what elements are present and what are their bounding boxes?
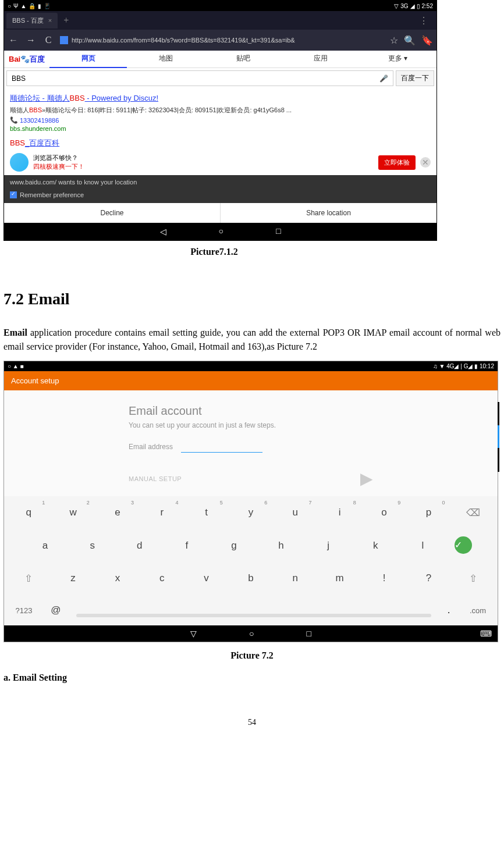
key-p[interactable]: 0p: [407, 500, 449, 526]
key-m[interactable]: m: [319, 565, 361, 592]
star-icon[interactable]: ☆: [390, 35, 398, 46]
remember-checkbox[interactable]: [10, 191, 17, 198]
key-exclaim[interactable]: !: [363, 565, 405, 592]
nav-tieba[interactable]: 贴吧: [204, 50, 282, 68]
nav-back-icon-2[interactable]: ▽: [190, 629, 197, 638]
key-n[interactable]: n: [274, 565, 316, 592]
key-backspace[interactable]: ⌫: [452, 500, 494, 526]
promo-text: 浏览器不够快？ 四核极速爽一下！: [33, 154, 374, 171]
nav-home-icon-2[interactable]: ○: [249, 629, 254, 638]
status-icon-psi: Ψ: [13, 3, 18, 9]
nav-back-icon[interactable]: ◁: [160, 227, 166, 237]
key-enter[interactable]: ✓: [455, 536, 472, 554]
subheading-email-setting: a. Email Setting: [0, 666, 504, 690]
email-setup-area: Email account You can set up your accoun…: [4, 390, 498, 496]
status-icon-o: ○: [8, 3, 11, 9]
reload-button[interactable]: C: [42, 35, 54, 45]
nav-recent-icon[interactable]: □: [276, 227, 281, 236]
nav-webpage[interactable]: 网页: [49, 50, 127, 68]
nav-apps[interactable]: 应用: [282, 50, 359, 68]
url-input[interactable]: http://www.baidu.com/from=844b/s?word=BB…: [60, 36, 384, 44]
baidu-search-button[interactable]: 百度一下: [396, 70, 434, 86]
key-dotcom[interactable]: .com: [460, 600, 495, 621]
mic-icon[interactable]: 🎤: [379, 74, 388, 83]
browser-tabs: BBS - 百度 × + ⋮: [4, 11, 436, 30]
result-1-phone[interactable]: 📞 13302419886: [10, 116, 431, 124]
baidu-header: Bai🐾百度 网页 地图 贴吧 应用 更多 ▾: [4, 51, 436, 68]
decline-button[interactable]: Decline: [4, 203, 221, 223]
key-s[interactable]: s: [70, 533, 115, 558]
tab-menu-icon[interactable]: ⋮: [413, 15, 434, 26]
key-c[interactable]: c: [141, 565, 183, 592]
result-2-title[interactable]: BBS_百度百科: [10, 138, 431, 148]
result-1-url[interactable]: bbs.shunderen.com: [10, 125, 431, 132]
share-location-button[interactable]: Share location: [221, 203, 436, 223]
key-j[interactable]: j: [306, 533, 351, 558]
promo-try-button[interactable]: 立即体验: [378, 155, 416, 170]
baidu-logo[interactable]: Bai🐾百度: [4, 54, 49, 65]
key-q[interactable]: 1q: [8, 500, 49, 526]
search-result-2: BBS_百度百科: [4, 137, 436, 150]
keyboard: 1q 2w 3e 4r 5t 6y 7u 8i 9o 0p ⌫ a s d f …: [4, 496, 498, 625]
key-row-2: a s d f g h j k l ✓: [4, 529, 498, 562]
remember-label: Remember preference: [20, 191, 84, 198]
key-v[interactable]: v: [185, 565, 227, 592]
key-b[interactable]: b: [230, 565, 272, 592]
key-h[interactable]: h: [259, 533, 304, 558]
email-address-input[interactable]: [181, 451, 262, 453]
key-dot[interactable]: .: [437, 599, 460, 622]
tab-close-icon[interactable]: ×: [48, 17, 52, 24]
status-signal-icon: ◢: [410, 3, 415, 9]
nav-more[interactable]: 更多 ▾: [359, 50, 436, 68]
key-o[interactable]: 9o: [363, 500, 405, 526]
key-w[interactable]: 2w: [52, 500, 94, 526]
key-l[interactable]: l: [400, 533, 445, 558]
bookmark-icon[interactable]: 🔖: [421, 35, 433, 46]
baidu-search-input[interactable]: BBS 🎤: [6, 70, 393, 86]
status-bar-2: ○ ▲ ■ ♫ ▼ 4G◢ | G◢ ▮ 10:12: [4, 361, 498, 371]
nav-recent-icon-2[interactable]: □: [307, 629, 311, 638]
key-y[interactable]: 6y: [230, 500, 272, 526]
key-at[interactable]: @: [41, 604, 70, 616]
manual-setup-button[interactable]: MANUAL SETUP: [129, 475, 182, 482]
browser-tab[interactable]: BBS - 百度 ×: [6, 13, 58, 29]
location-buttons: Decline Share location: [4, 203, 436, 223]
key-symbols[interactable]: ?123: [6, 600, 41, 621]
key-a[interactable]: a: [23, 533, 68, 558]
next-button-icon[interactable]: ▶: [360, 469, 373, 488]
key-u[interactable]: 7u: [274, 500, 316, 526]
url-bar: ← → C http://www.baidu.com/from=844b/s?w…: [4, 30, 436, 51]
key-question[interactable]: ?: [407, 565, 449, 592]
key-row-1: 1q 2w 3e 4r 5t 6y 7u 8i 9o 0p ⌫: [4, 496, 498, 529]
nav-home-icon[interactable]: ○: [219, 227, 223, 236]
promo-close-icon[interactable]: ✕: [420, 157, 431, 168]
email-card-title: Email account: [129, 404, 373, 418]
forward-button[interactable]: →: [25, 35, 37, 45]
result-1-title[interactable]: 顺德论坛 - 顺德人BBS - Powered by Discuz!: [10, 93, 431, 104]
key-shift-right[interactable]: ⇧: [452, 565, 494, 592]
key-e[interactable]: 3e: [97, 500, 139, 526]
chevron-down-icon: ▾: [404, 54, 407, 62]
logo-bai: Bai: [9, 55, 20, 63]
screenshot-email-setup: ○ ▲ ■ ♫ ▼ 4G◢ | G◢ ▮ 10:12 Account setup…: [3, 361, 498, 642]
page-number: 54: [0, 690, 504, 733]
key-f[interactable]: f: [164, 533, 209, 558]
key-k[interactable]: k: [353, 533, 398, 558]
nav-map[interactable]: 地图: [127, 50, 204, 68]
key-space[interactable]: [76, 614, 431, 617]
key-r[interactable]: 4r: [141, 500, 183, 526]
key-z[interactable]: z: [52, 565, 94, 592]
key-x[interactable]: x: [97, 565, 139, 592]
browser-promo: 浏览器不够快？ 四核极速爽一下！ 立即体验 ✕: [4, 150, 436, 175]
key-d[interactable]: d: [117, 533, 162, 558]
back-button[interactable]: ←: [8, 35, 19, 45]
key-g[interactable]: g: [211, 533, 256, 558]
key-t[interactable]: 5t: [185, 500, 227, 526]
tab-title: BBS - 百度: [12, 16, 44, 25]
new-tab-button[interactable]: +: [63, 15, 69, 26]
search-icon[interactable]: 🔍: [404, 35, 416, 46]
key-i[interactable]: 8i: [319, 500, 361, 526]
location-pref[interactable]: Remember preference: [4, 189, 436, 203]
nav-keyboard-icon[interactable]: ⌨: [480, 629, 492, 638]
key-shift-left[interactable]: ⇧: [8, 565, 49, 592]
